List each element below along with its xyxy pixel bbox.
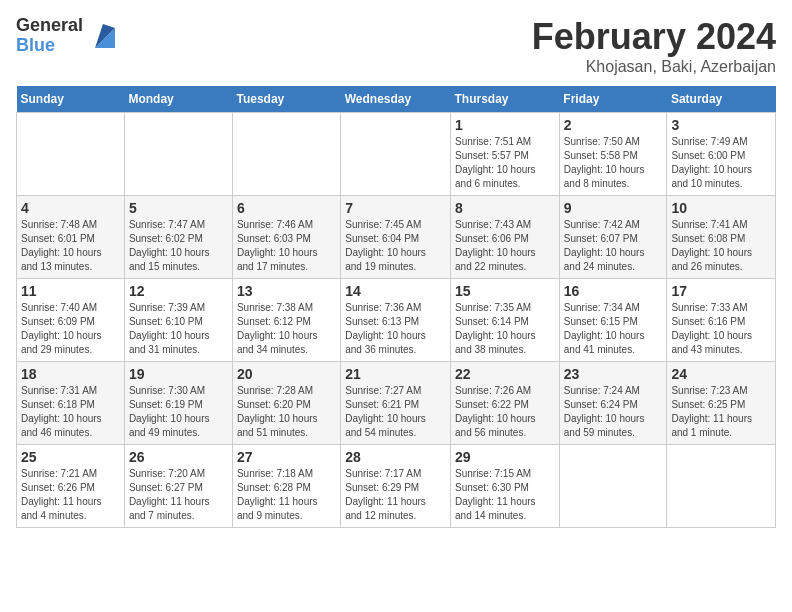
- calendar-cell: 5Sunrise: 7:47 AM Sunset: 6:02 PM Daylig…: [124, 196, 232, 279]
- calendar-cell: [232, 113, 340, 196]
- day-number: 26: [129, 449, 228, 465]
- day-number: 18: [21, 366, 120, 382]
- weekday-header-saturday: Saturday: [667, 86, 776, 113]
- day-info: Sunrise: 7:17 AM Sunset: 6:29 PM Dayligh…: [345, 467, 446, 523]
- day-info: Sunrise: 7:23 AM Sunset: 6:25 PM Dayligh…: [671, 384, 771, 440]
- weekday-header-thursday: Thursday: [451, 86, 560, 113]
- day-number: 8: [455, 200, 555, 216]
- day-info: Sunrise: 7:30 AM Sunset: 6:19 PM Dayligh…: [129, 384, 228, 440]
- calendar-cell: 13Sunrise: 7:38 AM Sunset: 6:12 PM Dayli…: [232, 279, 340, 362]
- calendar-cell: 7Sunrise: 7:45 AM Sunset: 6:04 PM Daylig…: [341, 196, 451, 279]
- day-number: 15: [455, 283, 555, 299]
- day-info: Sunrise: 7:26 AM Sunset: 6:22 PM Dayligh…: [455, 384, 555, 440]
- day-info: Sunrise: 7:46 AM Sunset: 6:03 PM Dayligh…: [237, 218, 336, 274]
- calendar-cell: 15Sunrise: 7:35 AM Sunset: 6:14 PM Dayli…: [451, 279, 560, 362]
- day-number: 21: [345, 366, 446, 382]
- weekday-header-row: SundayMondayTuesdayWednesdayThursdayFrid…: [17, 86, 776, 113]
- day-info: Sunrise: 7:40 AM Sunset: 6:09 PM Dayligh…: [21, 301, 120, 357]
- logo-icon: [87, 20, 119, 52]
- day-info: Sunrise: 7:48 AM Sunset: 6:01 PM Dayligh…: [21, 218, 120, 274]
- week-row-4: 18Sunrise: 7:31 AM Sunset: 6:18 PM Dayli…: [17, 362, 776, 445]
- calendar-cell: 3Sunrise: 7:49 AM Sunset: 6:00 PM Daylig…: [667, 113, 776, 196]
- day-info: Sunrise: 7:41 AM Sunset: 6:08 PM Dayligh…: [671, 218, 771, 274]
- day-info: Sunrise: 7:21 AM Sunset: 6:26 PM Dayligh…: [21, 467, 120, 523]
- calendar-cell: [124, 113, 232, 196]
- page-header: General Blue February 2024 Khojasan, Bak…: [16, 16, 776, 76]
- day-info: Sunrise: 7:51 AM Sunset: 5:57 PM Dayligh…: [455, 135, 555, 191]
- day-info: Sunrise: 7:24 AM Sunset: 6:24 PM Dayligh…: [564, 384, 663, 440]
- day-number: 6: [237, 200, 336, 216]
- calendar-cell: 4Sunrise: 7:48 AM Sunset: 6:01 PM Daylig…: [17, 196, 125, 279]
- calendar-cell: 19Sunrise: 7:30 AM Sunset: 6:19 PM Dayli…: [124, 362, 232, 445]
- day-number: 7: [345, 200, 446, 216]
- week-row-3: 11Sunrise: 7:40 AM Sunset: 6:09 PM Dayli…: [17, 279, 776, 362]
- calendar-cell: 8Sunrise: 7:43 AM Sunset: 6:06 PM Daylig…: [451, 196, 560, 279]
- day-info: Sunrise: 7:39 AM Sunset: 6:10 PM Dayligh…: [129, 301, 228, 357]
- day-info: Sunrise: 7:47 AM Sunset: 6:02 PM Dayligh…: [129, 218, 228, 274]
- day-info: Sunrise: 7:38 AM Sunset: 6:12 PM Dayligh…: [237, 301, 336, 357]
- day-number: 27: [237, 449, 336, 465]
- calendar-cell: 23Sunrise: 7:24 AM Sunset: 6:24 PM Dayli…: [559, 362, 667, 445]
- calendar-cell: [341, 113, 451, 196]
- calendar-cell: 26Sunrise: 7:20 AM Sunset: 6:27 PM Dayli…: [124, 445, 232, 528]
- day-number: 23: [564, 366, 663, 382]
- day-number: 13: [237, 283, 336, 299]
- day-number: 24: [671, 366, 771, 382]
- day-number: 20: [237, 366, 336, 382]
- day-info: Sunrise: 7:20 AM Sunset: 6:27 PM Dayligh…: [129, 467, 228, 523]
- calendar-cell: 9Sunrise: 7:42 AM Sunset: 6:07 PM Daylig…: [559, 196, 667, 279]
- calendar-cell: 25Sunrise: 7:21 AM Sunset: 6:26 PM Dayli…: [17, 445, 125, 528]
- weekday-header-sunday: Sunday: [17, 86, 125, 113]
- calendar-cell: 1Sunrise: 7:51 AM Sunset: 5:57 PM Daylig…: [451, 113, 560, 196]
- day-number: 29: [455, 449, 555, 465]
- day-number: 14: [345, 283, 446, 299]
- day-info: Sunrise: 7:15 AM Sunset: 6:30 PM Dayligh…: [455, 467, 555, 523]
- day-number: 11: [21, 283, 120, 299]
- day-info: Sunrise: 7:42 AM Sunset: 6:07 PM Dayligh…: [564, 218, 663, 274]
- day-info: Sunrise: 7:50 AM Sunset: 5:58 PM Dayligh…: [564, 135, 663, 191]
- logo: General Blue: [16, 16, 119, 56]
- day-number: 3: [671, 117, 771, 133]
- calendar-cell: 20Sunrise: 7:28 AM Sunset: 6:20 PM Dayli…: [232, 362, 340, 445]
- calendar-cell: 28Sunrise: 7:17 AM Sunset: 6:29 PM Dayli…: [341, 445, 451, 528]
- calendar-cell: 2Sunrise: 7:50 AM Sunset: 5:58 PM Daylig…: [559, 113, 667, 196]
- calendar-table: SundayMondayTuesdayWednesdayThursdayFrid…: [16, 86, 776, 528]
- calendar-cell: 10Sunrise: 7:41 AM Sunset: 6:08 PM Dayli…: [667, 196, 776, 279]
- week-row-5: 25Sunrise: 7:21 AM Sunset: 6:26 PM Dayli…: [17, 445, 776, 528]
- calendar-cell: 6Sunrise: 7:46 AM Sunset: 6:03 PM Daylig…: [232, 196, 340, 279]
- day-number: 1: [455, 117, 555, 133]
- day-number: 5: [129, 200, 228, 216]
- calendar-cell: 14Sunrise: 7:36 AM Sunset: 6:13 PM Dayli…: [341, 279, 451, 362]
- calendar-cell: 29Sunrise: 7:15 AM Sunset: 6:30 PM Dayli…: [451, 445, 560, 528]
- calendar-cell: 12Sunrise: 7:39 AM Sunset: 6:10 PM Dayli…: [124, 279, 232, 362]
- calendar-cell: 11Sunrise: 7:40 AM Sunset: 6:09 PM Dayli…: [17, 279, 125, 362]
- calendar-cell: 21Sunrise: 7:27 AM Sunset: 6:21 PM Dayli…: [341, 362, 451, 445]
- calendar-cell: 17Sunrise: 7:33 AM Sunset: 6:16 PM Dayli…: [667, 279, 776, 362]
- weekday-header-wednesday: Wednesday: [341, 86, 451, 113]
- day-info: Sunrise: 7:49 AM Sunset: 6:00 PM Dayligh…: [671, 135, 771, 191]
- calendar-cell: 24Sunrise: 7:23 AM Sunset: 6:25 PM Dayli…: [667, 362, 776, 445]
- weekday-header-monday: Monday: [124, 86, 232, 113]
- month-title: February 2024: [532, 16, 776, 58]
- day-info: Sunrise: 7:27 AM Sunset: 6:21 PM Dayligh…: [345, 384, 446, 440]
- day-number: 4: [21, 200, 120, 216]
- calendar-cell: [559, 445, 667, 528]
- calendar-cell: [17, 113, 125, 196]
- calendar-cell: 27Sunrise: 7:18 AM Sunset: 6:28 PM Dayli…: [232, 445, 340, 528]
- weekday-header-friday: Friday: [559, 86, 667, 113]
- day-number: 12: [129, 283, 228, 299]
- title-block: February 2024 Khojasan, Baki, Azerbaijan: [532, 16, 776, 76]
- calendar-cell: [667, 445, 776, 528]
- week-row-2: 4Sunrise: 7:48 AM Sunset: 6:01 PM Daylig…: [17, 196, 776, 279]
- weekday-header-tuesday: Tuesday: [232, 86, 340, 113]
- day-info: Sunrise: 7:43 AM Sunset: 6:06 PM Dayligh…: [455, 218, 555, 274]
- day-number: 2: [564, 117, 663, 133]
- logo-blue-text: Blue: [16, 36, 83, 56]
- day-number: 9: [564, 200, 663, 216]
- day-number: 28: [345, 449, 446, 465]
- day-info: Sunrise: 7:33 AM Sunset: 6:16 PM Dayligh…: [671, 301, 771, 357]
- week-row-1: 1Sunrise: 7:51 AM Sunset: 5:57 PM Daylig…: [17, 113, 776, 196]
- day-number: 25: [21, 449, 120, 465]
- day-info: Sunrise: 7:35 AM Sunset: 6:14 PM Dayligh…: [455, 301, 555, 357]
- day-number: 19: [129, 366, 228, 382]
